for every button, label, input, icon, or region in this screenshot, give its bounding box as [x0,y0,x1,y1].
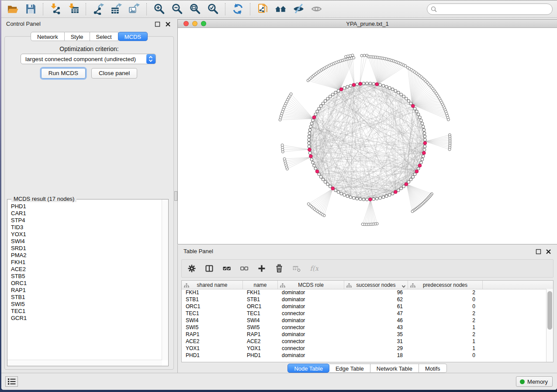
mcds-result-item[interactable]: PMA2 [8,252,162,259]
graph-node[interactable] [349,196,352,198]
graph-node[interactable] [420,161,422,164]
graph-node[interactable] [407,181,410,183]
hide-selected-eye-button[interactable] [290,2,308,16]
graph-node[interactable] [405,97,408,100]
delete-column-button[interactable] [274,264,284,273]
table-vertical-scrollbar[interactable] [546,289,553,362]
memory-button[interactable]: Memory [516,376,553,387]
graph-node[interactable] [412,175,414,178]
select-all-button[interactable] [222,264,232,273]
graph-node[interactable] [391,88,394,90]
graph-node[interactable] [388,193,391,196]
tab-edge-table[interactable]: Edge Table [329,364,370,373]
column-header-name[interactable]: name [243,281,278,289]
graph-node[interactable] [379,83,381,86]
graph-node[interactable] [420,119,422,122]
graph-node[interactable] [422,128,425,131]
open-file-button[interactable] [4,2,22,16]
tab-network-table[interactable]: Network Table [370,364,419,373]
graph-node[interactable] [372,198,375,200]
export-network-button[interactable] [90,2,107,16]
graph-node[interactable] [311,161,314,164]
graph-node[interactable] [361,223,364,226]
graph-node[interactable] [320,175,322,178]
graph-node[interactable] [316,110,318,113]
graph-node[interactable] [290,93,292,95]
graph-node[interactable] [309,125,312,128]
graph-node[interactable] [423,148,426,151]
graph-node[interactable] [360,54,363,57]
mcds-result-item[interactable]: ORC1 [8,280,162,287]
graph-node[interactable] [318,107,320,110]
split-columns-button[interactable] [204,264,214,273]
graph-node[interactable] [424,138,426,141]
graph-node[interactable] [422,125,424,128]
graph-mcds-node[interactable] [423,141,427,145]
graph-node[interactable] [363,54,366,57]
mcds-result-item[interactable]: YOX1 [8,231,162,238]
zoom-selected-button[interactable] [204,2,222,16]
graph-node[interactable] [423,145,426,148]
graph-node[interactable] [308,151,311,154]
tab-network[interactable]: Network [31,32,65,41]
table-row[interactable]: ACE2ACE2connector311 [182,338,547,345]
graph-mcds-node[interactable] [352,83,356,87]
graph-node[interactable] [404,65,407,67]
graph-node[interactable] [311,119,314,122]
tab-select[interactable]: Select [90,32,118,41]
tab-style[interactable]: Style [65,32,90,41]
graph-node[interactable] [313,164,315,167]
table-row[interactable]: RAP1RAP1dominator352 [182,331,547,338]
close-panel-button[interactable]: Close panel [91,68,137,79]
graph-node[interactable] [417,167,419,170]
table-row[interactable]: SWI4SWI4dominator462 [182,317,547,324]
graph-node[interactable] [391,192,394,195]
column-header-shared-name[interactable]: shared name [182,281,243,289]
import-network-button[interactable] [47,2,65,16]
graph-node[interactable] [362,198,365,201]
clone-network-button[interactable] [254,2,272,16]
table-close-panel-icon[interactable] [546,248,551,254]
graph-node[interactable] [308,138,310,141]
graph-node[interactable] [337,89,339,92]
graph-node[interactable] [447,118,450,121]
column-header-successor-nodes[interactable]: successor nodes [344,281,408,289]
graph-node[interactable] [359,198,362,200]
graph-node[interactable] [369,82,371,85]
graph-node[interactable] [372,83,375,85]
table-row[interactable]: SWI5SWI5connector431 [182,324,547,331]
mcds-result-item[interactable]: TID3 [8,224,162,231]
table-row[interactable]: ORC1ORC1dominator610 [182,303,547,310]
search-input[interactable] [439,6,552,13]
table-row[interactable]: PHD1PHD1dominator180 [182,352,547,359]
network-canvas[interactable] [178,28,557,244]
graph-node[interactable] [326,183,329,186]
mcds-result-item[interactable]: STB5 [8,273,162,280]
graph-mcds-node[interactable] [312,116,316,119]
graph-node[interactable] [337,191,339,193]
graph-node[interactable] [314,113,317,116]
graph-node[interactable] [329,95,332,98]
graph-node[interactable] [308,132,311,134]
graph-mcds-node[interactable] [315,170,319,173]
graph-node[interactable] [351,54,354,57]
graph-node[interactable] [334,189,337,192]
graph-node[interactable] [385,86,388,88]
add-column-button[interactable] [257,264,266,273]
unselect-all-button[interactable] [239,264,249,273]
delete-table-button[interactable] [292,264,301,273]
graph-mcds-node[interactable] [405,182,408,186]
export-table-button[interactable] [107,2,125,16]
graph-node[interactable] [422,155,424,158]
graph-node[interactable] [356,83,358,86]
graph-node[interactable] [326,97,329,100]
graph-node[interactable] [423,132,426,134]
graph-node[interactable] [414,173,416,175]
export-image-button[interactable] [125,2,143,16]
graph-node[interactable] [318,173,320,175]
mcds-result-item[interactable]: STB1 [8,294,162,301]
table-scrollbar-thumb[interactable] [547,291,552,330]
graph-node[interactable] [382,84,384,87]
graph-node[interactable] [448,148,451,151]
graph-node[interactable] [346,86,349,88]
